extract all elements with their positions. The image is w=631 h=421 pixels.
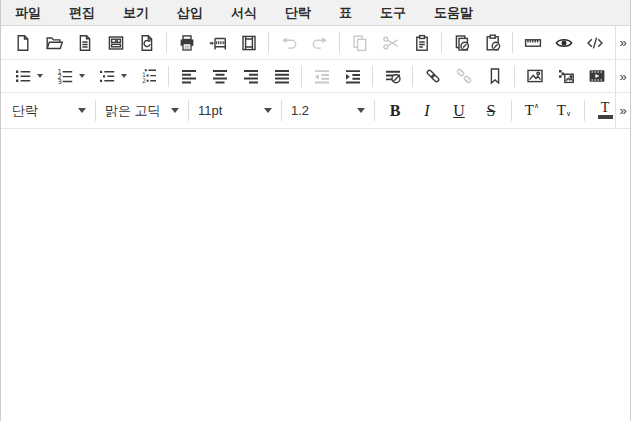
toolbar-separator <box>168 66 169 87</box>
strikethrough-button[interactable]: S <box>475 97 507 125</box>
align-center-button[interactable] <box>204 62 235 90</box>
outline-numbered-list-button[interactable]: 1 2 <box>133 62 164 90</box>
toolbar-overflow-button[interactable]: » <box>615 26 630 59</box>
image-icon <box>525 66 545 86</box>
align-left-button[interactable] <box>173 62 204 90</box>
redo-icon <box>310 33 330 53</box>
menu-tools[interactable]: 도구 <box>366 0 420 25</box>
toolbar-separator <box>95 100 96 121</box>
document-history-icon <box>137 33 157 53</box>
paragraph-style-value: 단락 <box>12 102 78 120</box>
image-button[interactable] <box>519 62 550 90</box>
template-button[interactable] <box>100 29 131 57</box>
align-justify-icon <box>272 66 292 86</box>
menu-insert[interactable]: 삽입 <box>163 0 217 25</box>
align-center-icon <box>210 66 230 86</box>
dropdown-caret-icon <box>79 74 85 78</box>
open-file-button[interactable] <box>38 29 69 57</box>
source-code-button[interactable] <box>579 29 610 57</box>
paragraph-style-select[interactable]: 단락 <box>7 102 91 120</box>
edit-copy-button[interactable] <box>446 29 477 57</box>
toolbar-row-format: 단락 맑은 고딕 11pt 1.2 B I U S <box>1 93 630 129</box>
code-icon <box>585 33 605 53</box>
unlink-button[interactable] <box>448 62 479 90</box>
paste-icon <box>412 33 432 53</box>
ruler-icon <box>523 33 543 53</box>
bullet-list-button[interactable] <box>7 62 49 90</box>
new-document-icon <box>13 33 33 53</box>
eye-icon <box>554 33 574 53</box>
toolbar-overflow-button[interactable]: » <box>615 93 630 128</box>
bold-button[interactable]: B <box>379 97 411 125</box>
toolbar-separator <box>339 32 340 53</box>
menu-paragraph[interactable]: 단락 <box>271 0 325 25</box>
clipart-icon <box>556 66 576 86</box>
subscript-button[interactable]: T ∨ <box>548 97 580 125</box>
clear-format-button[interactable] <box>377 62 408 90</box>
align-right-button[interactable] <box>235 62 266 90</box>
menu-file[interactable]: 파일 <box>1 0 55 25</box>
underline-button[interactable]: U <box>443 97 475 125</box>
menu-view[interactable]: 보기 <box>109 0 163 25</box>
italic-button[interactable]: I <box>411 97 443 125</box>
new-document-button[interactable] <box>7 29 38 57</box>
toolbar-overflow-button[interactable]: » <box>615 60 630 92</box>
bookmark-button[interactable] <box>479 62 510 90</box>
indent-button[interactable] <box>337 62 368 90</box>
indent-icon <box>343 66 363 86</box>
toolbar-separator <box>188 100 189 121</box>
line-height-select[interactable]: 1.2 <box>286 103 370 118</box>
page-break-icon <box>208 33 228 53</box>
copy-icon <box>350 33 370 53</box>
page-break-button[interactable] <box>202 29 233 57</box>
toolbar-separator <box>512 32 513 53</box>
link-button[interactable] <box>417 62 448 90</box>
redo-button[interactable] <box>304 29 335 57</box>
superscript-letter: T <box>525 102 534 119</box>
editor-window: 파일 편집 보기 삽입 서식 단락 표 도구 도움말 <box>0 0 631 421</box>
template-icon <box>106 33 126 53</box>
toolbar-separator <box>412 66 413 87</box>
page-setup-button[interactable] <box>233 29 264 57</box>
ruler-button[interactable] <box>517 29 548 57</box>
text-color-button[interactable]: T <box>589 97 615 125</box>
toolbar-separator <box>441 32 442 53</box>
toolbar-separator <box>511 100 512 121</box>
editor-content-area[interactable] <box>1 129 630 421</box>
dropdown-caret-icon <box>37 74 43 78</box>
paste-button[interactable] <box>406 29 437 57</box>
toolbar-separator <box>268 32 269 53</box>
menu-format[interactable]: 서식 <box>217 0 271 25</box>
align-right-icon <box>241 66 261 86</box>
outdent-button[interactable] <box>306 62 337 90</box>
video-button[interactable] <box>581 62 612 90</box>
font-size-select[interactable]: 11pt <box>193 103 277 118</box>
menu-help[interactable]: 도움말 <box>420 0 487 25</box>
open-folder-icon <box>44 33 64 53</box>
toolbar-row-paragraph-main: 1 2 3 1 2 <box>1 60 615 92</box>
undo-icon <box>279 33 299 53</box>
document-button[interactable] <box>69 29 100 57</box>
font-family-select[interactable]: 맑은 고딕 <box>100 102 184 120</box>
edit-clipboard-button[interactable] <box>477 29 508 57</box>
multilevel-list-button[interactable] <box>91 62 133 90</box>
menu-table[interactable]: 표 <box>325 0 366 25</box>
document-history-button[interactable] <box>131 29 162 57</box>
toolbar-separator <box>281 100 282 121</box>
unlink-icon <box>454 66 474 86</box>
cut-button[interactable] <box>375 29 406 57</box>
superscript-button[interactable]: T ∧ <box>516 97 548 125</box>
bookmark-icon <box>485 66 505 86</box>
clipart-button[interactable] <box>550 62 581 90</box>
preview-button[interactable] <box>548 29 579 57</box>
dropdown-caret-icon <box>78 108 86 113</box>
copy-button[interactable] <box>344 29 375 57</box>
align-justify-button[interactable] <box>266 62 297 90</box>
caret-up-mark-icon: ∧ <box>534 103 539 110</box>
print-button[interactable] <box>171 29 202 57</box>
numbered-list-button[interactable]: 1 2 3 <box>49 62 91 90</box>
menu-edit[interactable]: 편집 <box>55 0 109 25</box>
dropdown-caret-icon <box>171 108 179 113</box>
undo-button[interactable] <box>273 29 304 57</box>
toolbar-separator <box>374 100 375 121</box>
